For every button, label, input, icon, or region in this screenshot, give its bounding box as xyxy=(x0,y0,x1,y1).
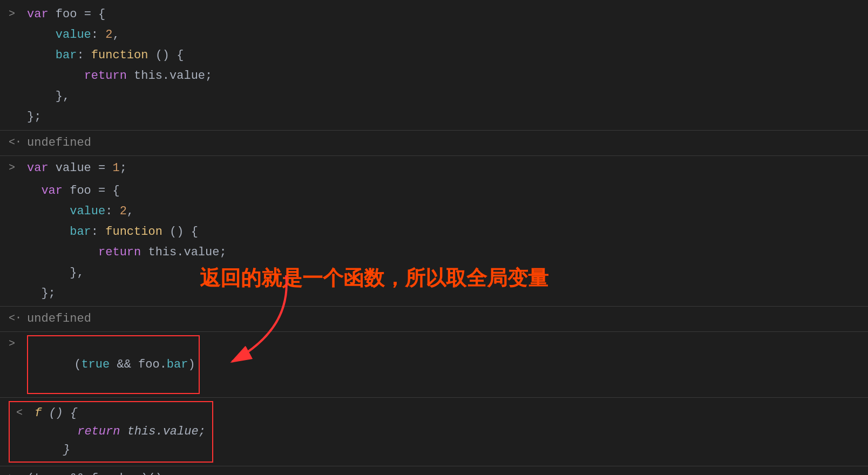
divider-4 xyxy=(0,331,868,332)
line-invoke: > (true && foo.bar)() xyxy=(0,469,868,475)
line-f2: return this.value; xyxy=(16,423,206,441)
divider-1 xyxy=(0,130,868,131)
prompt-gt: > xyxy=(9,5,22,22)
line-undef-2: <⋅ undefined xyxy=(0,309,868,329)
line-f3: } xyxy=(16,441,206,459)
line-b1: var foo = { xyxy=(0,181,868,201)
prompt-lt-3: < xyxy=(16,404,29,421)
line-truefoobar: > (true && foo.bar) xyxy=(0,334,868,395)
line-2: value: 2, xyxy=(0,25,868,45)
prompt-gt-3: > xyxy=(9,335,22,352)
line-6: }; xyxy=(0,107,868,127)
line-4: return this.value; xyxy=(0,66,868,86)
red-box-function: < f () { return this.value; } xyxy=(9,401,213,463)
line-f1: < f () { xyxy=(16,404,206,423)
line-b4: return this.value; xyxy=(0,242,868,263)
divider-3 xyxy=(0,306,868,307)
line-var-value: > var value = 1; xyxy=(0,158,868,179)
line-undef-1: <⋅ undefined xyxy=(0,133,868,153)
line-5: }, xyxy=(0,86,868,107)
function-output-block: < f () { return this.value; } xyxy=(0,400,868,464)
divider-5 xyxy=(0,397,868,398)
line-b3: bar: function () { xyxy=(0,222,868,242)
prompt-gt-4: > xyxy=(9,470,22,475)
prompt-lt: <⋅ xyxy=(9,134,22,151)
line-b5: }, xyxy=(0,263,868,283)
divider-2 xyxy=(0,155,868,156)
divider-6 xyxy=(0,466,868,466)
red-box-truefoobar: (true && foo.bar) xyxy=(27,335,200,393)
line-b6: }; xyxy=(0,283,868,304)
line-b2: value: 2, xyxy=(0,201,868,222)
prompt-lt-2: <⋅ xyxy=(9,310,22,327)
line-3: bar: function () { xyxy=(0,45,868,66)
line-1: > var foo = { xyxy=(0,4,868,25)
prompt-gt-2: > xyxy=(9,159,22,176)
console-output: > var foo = { value: 2, bar: function ()… xyxy=(0,0,868,475)
